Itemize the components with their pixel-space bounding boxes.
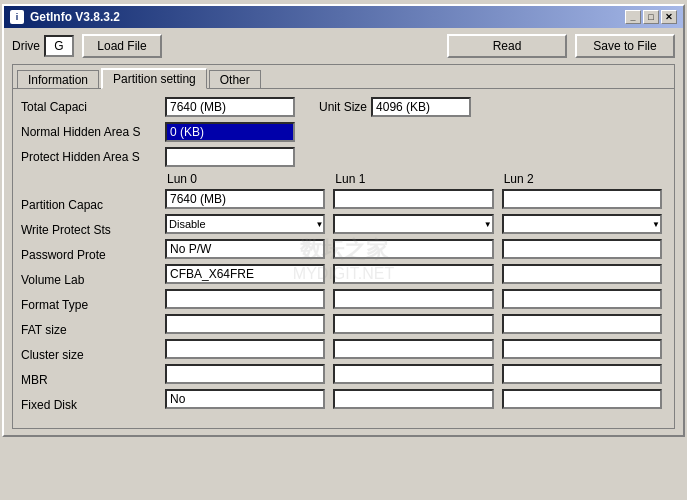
lun1-password-prote[interactable] (333, 239, 493, 259)
read-button[interactable]: Read (447, 34, 567, 58)
lun0-password-prote[interactable] (165, 239, 325, 259)
lun2-mbr[interactable] (502, 364, 662, 384)
total-capaci-row: Total Capaci Unit Size (21, 97, 666, 117)
row-label-partition-capac: Partition Capac (21, 195, 161, 215)
lun1-volume-lab[interactable] (333, 264, 493, 284)
lun2-format-type[interactable] (502, 289, 662, 309)
unit-size-input[interactable] (371, 97, 471, 117)
row-label-cluster-size: Cluster size (21, 345, 161, 365)
lun1-fat-size[interactable] (333, 314, 493, 334)
row-label-volume-lab: Volume Lab (21, 270, 161, 290)
lun1-col: Lun 1 Disable Enable (329, 172, 497, 420)
lun1-header: Lun 1 (333, 172, 493, 186)
window-content: Drive Load File Read Save to File Inform… (4, 28, 683, 435)
normal-hidden-input[interactable] (165, 122, 295, 142)
minimize-button[interactable]: _ (625, 10, 641, 24)
tab-bar: Information Partition setting Other (13, 65, 674, 88)
protect-hidden-input[interactable] (165, 147, 295, 167)
lun0-cluster-size[interactable] (165, 339, 325, 359)
row-label-fixed-disk: Fixed Disk (21, 395, 161, 415)
titlebar-buttons: _ □ ✕ (625, 10, 677, 24)
drive-label: Drive (12, 39, 40, 53)
total-capaci-input[interactable] (165, 97, 295, 117)
tab-other[interactable]: Other (209, 70, 261, 89)
lun2-fixed-disk[interactable] (502, 389, 662, 409)
normal-hidden-label: Normal Hidden Area S (21, 125, 161, 139)
save-to-file-button[interactable]: Save to File (575, 34, 675, 58)
restore-button[interactable]: □ (643, 10, 659, 24)
lun0-partition-capac[interactable] (165, 189, 325, 209)
lun1-format-type[interactable] (333, 289, 493, 309)
lun2-cluster-size[interactable] (502, 339, 662, 359)
app-icon: i (10, 10, 24, 24)
lun0-volume-lab[interactable] (165, 264, 325, 284)
lun1-write-protect-select[interactable]: Disable Enable (333, 214, 493, 234)
lun-section: Partition Capac Write Protect Sts Passwo… (21, 172, 666, 420)
row-label-format-type: Format Type (21, 295, 161, 315)
normal-hidden-row: Normal Hidden Area S (21, 122, 666, 142)
lun0-write-protect-select[interactable]: Disable Enable (165, 214, 325, 234)
protect-hidden-label: Protect Hidden Area S (21, 150, 161, 164)
row-label-mbr: MBR (21, 370, 161, 390)
lun0-col: Lun 0 Disable Enable (161, 172, 329, 420)
lun2-partition-capac[interactable] (502, 189, 662, 209)
lun0-header: Lun 0 (165, 172, 325, 186)
close-button[interactable]: ✕ (661, 10, 677, 24)
main-window: i GetInfo V3.8.3.2 _ □ ✕ Drive Load File… (2, 4, 685, 437)
protect-hidden-row: Protect Hidden Area S (21, 147, 666, 167)
lun-row-labels: Partition Capac Write Protect Sts Passwo… (21, 172, 161, 420)
lun0-fat-size[interactable] (165, 314, 325, 334)
lun0-fixed-disk[interactable] (165, 389, 325, 409)
row-label-fat-size: FAT size (21, 320, 161, 340)
drive-input[interactable] (44, 35, 74, 57)
lun2-password-prote[interactable] (502, 239, 662, 259)
tab-information[interactable]: Information (17, 70, 99, 89)
lun2-volume-lab[interactable] (502, 264, 662, 284)
lun0-mbr[interactable] (165, 364, 325, 384)
load-file-button[interactable]: Load File (82, 34, 162, 58)
lun1-cluster-size[interactable] (333, 339, 493, 359)
titlebar: i GetInfo V3.8.3.2 _ □ ✕ (4, 6, 683, 28)
row-label-write-protect: Write Protect Sts (21, 220, 161, 240)
tab-content-partition-setting: 数坛之家 MYDIGIT.NET Total Capaci Unit Size … (13, 88, 674, 428)
lun1-mbr[interactable] (333, 364, 493, 384)
toolbar: Drive Load File Read Save to File (12, 34, 675, 58)
titlebar-left: i GetInfo V3.8.3.2 (10, 10, 120, 24)
lun2-write-protect-select[interactable]: Disable Enable (502, 214, 662, 234)
tab-partition-setting[interactable]: Partition setting (101, 68, 207, 89)
unit-size-label: Unit Size (319, 100, 367, 114)
lun2-col: Lun 2 Disable Enable (498, 172, 666, 420)
unit-size-section: Unit Size (319, 97, 471, 117)
tab-container: Information Partition setting Other 数坛之家… (12, 64, 675, 429)
lun1-partition-capac[interactable] (333, 189, 493, 209)
lun1-fixed-disk[interactable] (333, 389, 493, 409)
lun2-fat-size[interactable] (502, 314, 662, 334)
window-title: GetInfo V3.8.3.2 (30, 10, 120, 24)
lun0-format-type[interactable] (165, 289, 325, 309)
drive-section: Drive (12, 35, 74, 57)
row-label-password-prote: Password Prote (21, 245, 161, 265)
lun2-header: Lun 2 (502, 172, 662, 186)
total-capaci-label: Total Capaci (21, 100, 161, 114)
